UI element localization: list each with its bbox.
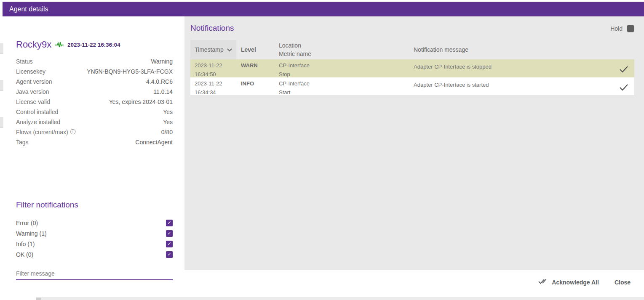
check-icon: ✓ [167,220,171,226]
hold-checkbox[interactable] [627,25,634,32]
cell-acknowledge [613,77,634,97]
location-text: CP-Interface [279,79,414,88]
dialog-titlebar: Agent details [3,2,644,16]
acknowledge-all-button[interactable]: Acknowledge All [538,279,599,286]
agent-name: Rocky9x [16,39,51,50]
agent-last-seen: 2023-11-22 16:36:04 [67,42,120,48]
table-row[interactable]: 2023-11-22 16:34:50 WARN CP-Interface St… [190,59,634,77]
checkbox-ok[interactable]: ✓ [166,251,173,258]
acknowledge-check-icon[interactable] [619,66,628,73]
detail-value: 0/80 [161,129,173,135]
info-icon[interactable]: ⓘ [70,128,76,136]
filter-option-label: OK (0) [16,251,33,258]
close-button[interactable]: Close [615,279,631,286]
filter-message-input[interactable] [16,268,173,280]
detail-row-flows: Flows (current/max) ⓘ 0/80 [16,127,173,137]
detail-label: Tags [16,139,29,146]
detail-label: Licensekey [16,68,45,75]
detail-label: License valid [16,98,50,105]
detail-value: Warning [151,58,173,65]
agent-header: Rocky9x 2023-11-22 16:36:04 [16,39,120,50]
column-header-message: Notification message [414,40,613,59]
background-fragment [0,80,3,91]
detail-label: Agent version [16,78,52,85]
checkbox-warning[interactable]: ✓ [166,230,173,237]
detail-row-status: Status Warning [16,56,173,66]
column-header-label: Timestamp [195,46,224,53]
dialog-footer: Acknowledge All Close [538,279,631,286]
table-row[interactable]: 2023-11-22 16:34:34 INFO CP-Interface St… [190,77,634,96]
cell-level: INFO [236,77,279,97]
notifications-panel: Notifications Hold Timestamp Level Locat… [184,16,644,270]
agent-details-panel: Rocky9x 2023-11-22 16:36:04 Status Warni… [3,16,184,292]
cell-acknowledge [613,59,634,79]
agent-detail-list: Status Warning Licensekey YN5N-BQN9-HYG5… [16,56,173,147]
cell-timestamp: 2023-11-22 16:34:34 [190,77,236,97]
check-icon: ✓ [167,241,171,247]
detail-row-licensekey: Licensekey YN5N-BQN9-HYG5-3LFA-FCGX [16,66,173,77]
detail-label: Control installed [16,109,58,115]
check-icon: ✓ [167,252,171,257]
cell-message: Adapter CP-Interface is stopped [414,59,613,79]
acknowledge-all-label: Acknowledge All [552,279,599,286]
timestamp-date: 2023-11-22 [195,79,236,88]
detail-label-text: Flows (current/max) [16,129,68,135]
detail-label: Status [16,58,33,65]
hold-control: Hold [610,25,634,32]
detail-row-java-version: Java version 11.0.14 [16,87,173,97]
detail-row-analyze-installed: Analyze installed Yes [16,117,173,127]
detail-row-control-installed: Control installed Yes [16,107,173,117]
check-icon: ✓ [167,231,171,236]
detail-row-license-valid: License valid Yes, expires 2024-03-01 [16,97,173,107]
cell-message: Adapter CP-Interface is started [414,77,613,97]
acknowledge-check-icon[interactable] [619,84,628,91]
detail-value: YN5N-BQN9-HYG5-3LFA-FCGX [87,68,173,75]
background-table-edge-chip [36,297,41,300]
filter-option-label: Info (1) [16,241,35,247]
column-header-ack [613,40,634,59]
filter-section-title: Filter notifications [16,200,173,210]
detail-value: Yes, expires 2024-03-01 [109,98,173,105]
checkbox-error[interactable]: ✓ [166,220,173,226]
detail-row-tags: Tags ConnectAgent [16,137,173,147]
filter-option-label: Warning (1) [16,230,47,237]
filter-row-error: Error (0) ✓ [16,218,173,228]
detail-value: Yes [163,119,173,125]
filter-message-wrap [16,268,173,280]
column-header-location-metric: Location Metric name [279,40,414,59]
timestamp-date: 2023-11-22 [195,61,236,70]
notifications-table: Timestamp Level Location Metric name Not… [190,40,634,96]
detail-label: Java version [16,88,49,95]
close-label: Close [615,279,631,286]
detail-value: 4.4.0.RC6 [146,78,173,85]
column-header-label: Metric name [279,50,414,58]
timestamp-time: 16:34:34 [195,88,236,97]
location-text: CP-Interface [279,61,414,70]
detail-value: Yes [163,109,173,115]
filter-option-label: Error (0) [16,220,38,226]
dialog-title: Agent details [9,5,48,13]
metric-text: Start [279,88,414,97]
table-header-row: Timestamp Level Location Metric name Not… [190,40,634,59]
filter-row-warning: Warning (1) ✓ [16,228,173,239]
filter-row-info: Info (1) ✓ [16,239,173,249]
cell-level: WARN [236,59,279,79]
cell-location-metric: CP-Interface Start [279,77,414,97]
hold-label: Hold [610,25,623,32]
column-header-label: Location [279,41,414,50]
checkbox-info[interactable]: ✓ [166,241,173,247]
detail-label: Flows (current/max) ⓘ [16,128,76,136]
column-header-level: Level [236,40,279,59]
cell-location-metric: CP-Interface Stop [279,59,414,79]
cell-timestamp: 2023-11-22 16:34:50 [190,59,236,79]
column-header-label: Level [241,46,256,53]
chevron-down-icon [227,46,232,53]
background-fragment [0,117,3,128]
column-header-timestamp[interactable]: Timestamp [190,40,236,59]
notifications-title: Notifications [190,24,234,33]
background-table-edge [36,297,644,300]
column-header-label: Notification message [414,46,468,53]
double-check-icon [538,279,548,286]
detail-value: 11.0.14 [153,88,173,95]
background-fragment [0,43,3,54]
